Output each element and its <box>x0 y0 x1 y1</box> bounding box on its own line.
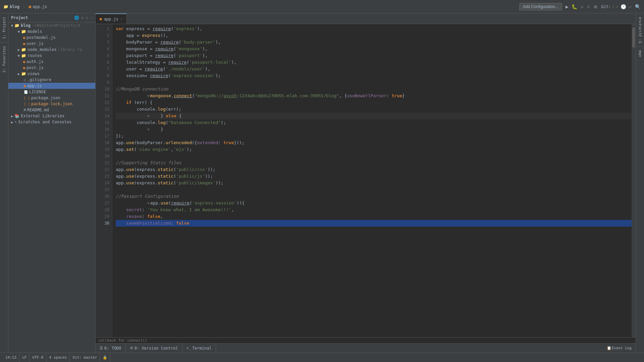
code-line-6: localStrategy = require('passport-local'… <box>116 59 632 66</box>
expand-icon: ▶ <box>11 120 13 124</box>
event-log-area: 📋 Event Log <box>607 346 636 350</box>
status-indent[interactable]: 4 spaces <box>47 353 70 362</box>
tree-folder-routes[interactable]: ▼ 📁 routes <box>8 53 95 59</box>
tab-todo[interactable]: ☰ 6: TODO <box>96 344 126 353</box>
project-header-label: Project <box>11 15 72 20</box>
fold-icon-11[interactable]: ▼ <box>147 94 150 98</box>
expand-icon: ▶ <box>18 48 20 52</box>
tree-file-readme[interactable]: M README.md <box>8 107 95 113</box>
expand-icon: ▶ <box>18 72 20 76</box>
run-icon[interactable]: ▶ <box>565 3 569 10</box>
sidebar: Project 🌐 ⚙ ⇅ – ▼ 📁 blog ~/WebstormProje… <box>8 13 96 353</box>
git-section: Git: ✓ ✓ 🕐 ↩ <box>601 3 632 10</box>
coverage-icon[interactable]: ◈ <box>580 3 584 10</box>
file-breadcrumb-name: app.js <box>33 4 47 9</box>
status-encoding[interactable]: UTF-8 <box>30 353 46 362</box>
right-tab-npm[interactable]: npm <box>637 47 644 60</box>
status-line-ending[interactable]: LF <box>19 353 30 362</box>
git-clock-icon[interactable]: 🕐 <box>620 3 627 10</box>
ln-6: 6 <box>96 59 109 66</box>
tab-appjs[interactable]: ■ app.js ✕ <box>96 13 127 24</box>
add-configuration-button[interactable]: Add Configuration... <box>519 3 562 10</box>
file-breadcrumb[interactable]: ■ app.js <box>29 4 47 9</box>
tree-file-user[interactable]: ■ user.js <box>8 41 95 47</box>
filename: postmodel.js <box>26 35 56 40</box>
code-line-21: //Supporting Static files <box>116 160 632 166</box>
code-content[interactable]: var express = require('express'), app = … <box>112 24 632 337</box>
code-line-5: passport = require('passport'), <box>116 52 632 59</box>
separator: › <box>23 4 25 9</box>
tab-version-control[interactable]: ⑨ 9: Version Control <box>126 344 182 353</box>
root-name: blog <box>21 23 31 28</box>
fold-icon-16[interactable]: ▼ <box>147 127 150 132</box>
left-vertical-tabs: 1: Project 2: Favorites <box>0 13 8 353</box>
line-ending-text: LF <box>22 355 26 360</box>
expand-icon: ▼ <box>18 30 20 34</box>
code-line-15: console.log("Database Connected"); <box>116 119 632 126</box>
tree-folder-views[interactable]: ▶ 📁 views <box>8 71 95 77</box>
search-icon[interactable]: 🔍 <box>635 4 641 9</box>
code-line-17: }); <box>116 133 632 139</box>
tree-scratches-consoles[interactable]: ▶ ✎ Scratches and Consoles <box>8 119 95 125</box>
folder-name: routes <box>28 53 42 58</box>
code-line-9 <box>116 79 632 86</box>
ln-14: 14 <box>96 113 109 119</box>
code-editor: 1 2 3 4 5 6 7 8 9 10 11 12 13 14 15 16 1… <box>96 24 636 337</box>
js-icon: ■ <box>23 60 25 64</box>
debug-icon[interactable]: 🐛 <box>571 3 578 10</box>
git-check2-icon[interactable]: ✓ <box>616 4 618 9</box>
tab-terminal-label: Terminal <box>192 346 212 351</box>
git-undo-icon[interactable]: ↩ <box>628 3 632 10</box>
js-icon: ■ <box>23 42 25 46</box>
tree-file-packagelockjson[interactable]: { } package-lock.json <box>8 101 95 107</box>
minimize-sidebar-icon[interactable]: – <box>90 15 93 20</box>
event-log-label[interactable]: Event Log <box>611 346 632 350</box>
fold-icon-14[interactable]: ▼ <box>147 114 150 118</box>
git-check-icon[interactable]: ✓ <box>612 4 614 9</box>
gear-icon[interactable]: ⚙ <box>81 15 84 20</box>
tree-file-appjs[interactable]: ■ app.js <box>8 83 95 89</box>
code-line-26: //Passport Configuration <box>116 193 632 200</box>
js-icon: ■ <box>23 66 25 70</box>
tree-file-packagejson[interactable]: { } package.json <box>8 95 95 101</box>
git-label: Git: <box>601 4 611 9</box>
folder-icon: 📁 <box>3 4 8 9</box>
js-icon: ■ <box>24 84 26 88</box>
ln-29: 29 <box>96 213 109 220</box>
right-tab-structure[interactable]: Z: Structure <box>637 13 644 47</box>
scrollbar-thumb[interactable] <box>632 27 635 48</box>
sort-icon[interactable]: ⇅ <box>86 15 88 20</box>
tree-root-blog[interactable]: ▼ 📁 blog ~/WebstormProjects/b <box>8 22 95 28</box>
scrollbar[interactable] <box>632 24 636 337</box>
folder-icon: 📁 <box>14 23 19 28</box>
status-git[interactable]: Git: master <box>70 353 100 362</box>
tree-folder-models[interactable]: ▼ 📁 models <box>8 28 95 35</box>
sidebar-tab-project[interactable]: 1: Project <box>1 13 8 42</box>
project-breadcrumb[interactable]: 📁 blog <box>3 4 19 9</box>
external-label: External Libraries <box>21 114 64 118</box>
status-lock[interactable]: 🔒 <box>100 353 110 362</box>
tab-close-icon[interactable]: ✕ <box>120 17 122 21</box>
ln-15: 15 <box>96 119 109 126</box>
stop-icon[interactable]: ⏹ <box>592 3 598 10</box>
globe-icon[interactable]: 🌐 <box>74 15 79 20</box>
tab-terminal[interactable]: >_ Terminal <box>182 344 216 353</box>
filename: .gitignore <box>27 77 51 82</box>
tree-file-post[interactable]: ■ post.js <box>8 65 95 71</box>
code-line-24: app.use(express.static('public/images'))… <box>116 180 632 186</box>
title-bar: 📁 blog › ■ app.js Add Configuration... ▶… <box>0 0 644 13</box>
tree-folder-node-modules[interactable]: ▶ 📁 node_modules library ro <box>8 47 95 53</box>
right-vertical-tabs: Z: Structure npm <box>636 13 644 353</box>
js-file-small-icon: ■ <box>29 4 31 9</box>
sidebar-tab-favorites[interactable]: 2: Favorites <box>1 43 8 76</box>
tree-external-libraries[interactable]: ▶ 📚 External Libraries <box>8 113 95 119</box>
tree-file-license[interactable]: 📄 LICENSE <box>8 89 95 95</box>
tree-file-auth[interactable]: ■ auth.js <box>8 59 95 65</box>
code-line-3: bodyParser = require('body-parser'), <box>116 39 632 46</box>
profile-icon[interactable]: ⊕ <box>586 3 590 10</box>
tree-file-postmodel[interactable]: ■ postmodel.js <box>8 35 95 41</box>
status-position[interactable]: 14:13 <box>3 353 19 362</box>
ln-17: 17 <box>96 133 109 139</box>
tree-file-gitignore[interactable]: ○ .gitignore <box>8 77 95 83</box>
fold-icon-27[interactable]: ▼ <box>147 201 150 205</box>
